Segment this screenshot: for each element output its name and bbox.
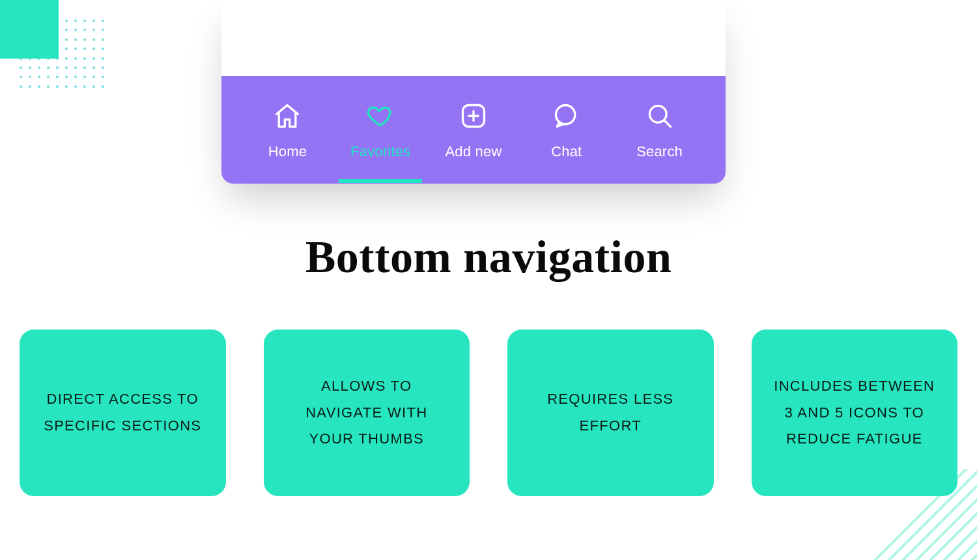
bottom-navigation-bar: Home Favorites Add new: [221, 76, 726, 184]
add-icon: [458, 100, 489, 132]
feature-card: Requires less effort: [507, 329, 714, 496]
chat-icon: [551, 100, 582, 132]
nav-item-favorites[interactable]: Favorites: [341, 100, 419, 160]
nav-item-add-new[interactable]: Add new: [434, 100, 513, 160]
phone-mock-card: Home Favorites Add new: [221, 0, 726, 184]
nav-item-label: Home: [268, 143, 307, 160]
home-icon: [272, 100, 303, 132]
feature-card-text: Includes between 3 and 5 icons to reduce…: [771, 373, 939, 453]
nav-item-label: Add new: [445, 143, 502, 160]
nav-item-label: Search: [636, 143, 683, 160]
nav-item-label: Chat: [551, 143, 582, 160]
nav-item-search[interactable]: Search: [621, 100, 699, 160]
feature-cards-row: Direct access to specific sections Allow…: [20, 329, 957, 496]
nav-item-chat[interactable]: Chat: [528, 100, 606, 160]
feature-card-text: Allows to navigate with your thumbs: [283, 373, 451, 453]
heart-icon: [365, 100, 396, 132]
decorative-square: [0, 0, 59, 59]
page-title: Bottom navigation: [0, 231, 977, 283]
feature-card: Allows to navigate with your thumbs: [264, 329, 470, 496]
nav-item-label: Favorites: [350, 143, 410, 160]
feature-card: Direct access to specific sections: [20, 329, 226, 496]
svg-line-14: [664, 120, 670, 126]
nav-item-home[interactable]: Home: [248, 100, 326, 160]
search-icon: [644, 100, 675, 132]
feature-card-text: Requires less effort: [527, 386, 694, 439]
feature-card: Includes between 3 and 5 icons to reduce…: [752, 329, 958, 496]
feature-card-text: Direct access to specific sections: [39, 386, 206, 439]
